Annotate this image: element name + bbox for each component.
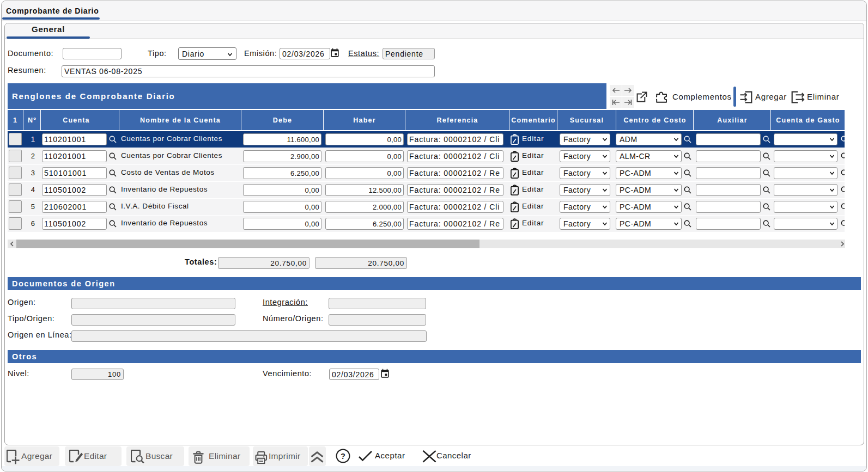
svg-text:?: ?: [341, 452, 345, 461]
